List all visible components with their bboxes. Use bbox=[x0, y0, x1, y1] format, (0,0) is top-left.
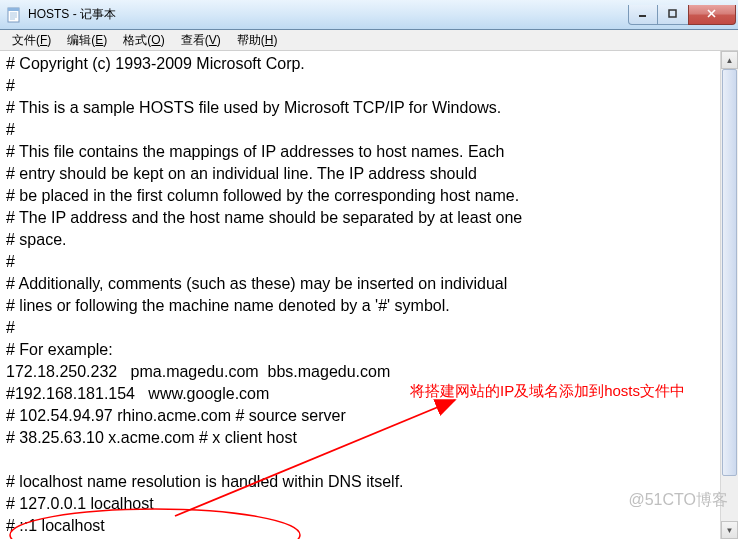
menu-format[interactable]: 格式(O) bbox=[115, 30, 172, 51]
window-controls bbox=[628, 5, 736, 25]
menu-file-label: 文件(F) bbox=[12, 33, 51, 47]
notepad-window: HOSTS - 记事本 文件(F) 编辑(E) 格式(O) 查看(V) 帮助(H… bbox=[0, 0, 738, 539]
close-icon bbox=[707, 9, 717, 19]
close-button[interactable] bbox=[688, 5, 736, 25]
menu-format-label: 格式(O) bbox=[123, 33, 164, 47]
minimize-button[interactable] bbox=[628, 5, 658, 25]
scroll-track[interactable] bbox=[721, 69, 738, 521]
menu-edit[interactable]: 编辑(E) bbox=[59, 30, 115, 51]
svg-rect-1 bbox=[8, 8, 19, 11]
notepad-icon bbox=[6, 7, 22, 23]
menu-help[interactable]: 帮助(H) bbox=[229, 30, 286, 51]
window-title: HOSTS - 记事本 bbox=[28, 6, 116, 23]
titlebar[interactable]: HOSTS - 记事本 bbox=[0, 0, 738, 30]
maximize-icon bbox=[668, 9, 678, 19]
scroll-thumb[interactable] bbox=[722, 69, 737, 476]
titlebar-left: HOSTS - 记事本 bbox=[6, 6, 116, 23]
text-editor[interactable]: # Copyright (c) 1993-2009 Microsoft Corp… bbox=[0, 51, 720, 539]
menu-view[interactable]: 查看(V) bbox=[173, 30, 229, 51]
menu-help-label: 帮助(H) bbox=[237, 33, 278, 47]
content-area: # Copyright (c) 1993-2009 Microsoft Corp… bbox=[0, 51, 738, 539]
menu-file[interactable]: 文件(F) bbox=[4, 30, 59, 51]
watermark: @51CTO博客 bbox=[628, 490, 728, 511]
menu-view-label: 查看(V) bbox=[181, 33, 221, 47]
svg-rect-7 bbox=[669, 10, 676, 17]
vertical-scrollbar[interactable]: ▲ ▼ bbox=[720, 51, 738, 539]
scroll-down-button[interactable]: ▼ bbox=[721, 521, 738, 539]
minimize-icon bbox=[638, 9, 648, 19]
menu-edit-label: 编辑(E) bbox=[67, 33, 107, 47]
maximize-button[interactable] bbox=[658, 5, 688, 25]
scroll-up-button[interactable]: ▲ bbox=[721, 51, 738, 69]
menubar: 文件(F) 编辑(E) 格式(O) 查看(V) 帮助(H) bbox=[0, 30, 738, 51]
